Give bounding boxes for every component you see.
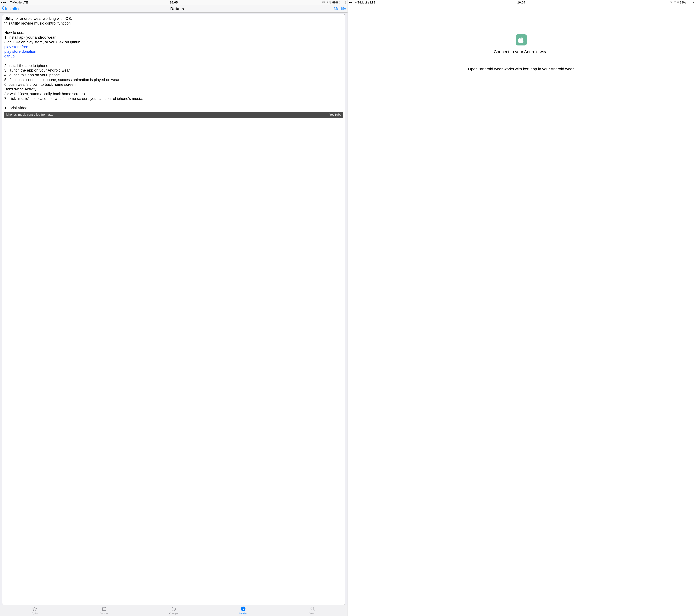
modify-button[interactable]: Modify <box>334 6 346 11</box>
tab-sources[interactable]: Sources <box>69 605 139 616</box>
folder-icon <box>102 606 107 612</box>
link-github[interactable]: github <box>4 54 15 58</box>
tab-label: Cydia <box>32 612 38 615</box>
tab-bar: Cydia Sources Changes Installed Search <box>0 605 348 616</box>
step-1b: (ver. 1.4< on play store, or ver. 0.4< o… <box>4 40 82 44</box>
svg-point-5 <box>311 607 314 610</box>
svg-point-0 <box>323 1 325 3</box>
step-6b: Don't swipe Activity. <box>4 87 37 91</box>
carrier-label: T-Mobile <box>358 1 369 4</box>
back-button[interactable]: Installed <box>1 6 21 11</box>
svg-point-6 <box>670 1 672 3</box>
network-label: LTE <box>22 1 28 4</box>
status-right: 89% <box>525 1 694 4</box>
tab-search[interactable]: Search <box>278 605 348 616</box>
rotation-lock-icon <box>670 1 673 4</box>
download-icon <box>241 606 246 612</box>
screenshot-left-cydia-details: T-Mobile LTE 16:05 89% I <box>0 0 348 616</box>
navigation-bar: Installed Details Modify <box>0 5 348 13</box>
connect-instructions: Open "android wear works with ios" app i… <box>464 66 579 72</box>
status-bar: T-Mobile LTE 16:04 89% <box>348 0 695 5</box>
svg-rect-1 <box>102 607 106 611</box>
howto-label: How to use: <box>4 31 24 35</box>
video-embed[interactable]: iphones' music controlled from a… YouTub… <box>4 112 343 118</box>
battery-icon <box>339 1 346 4</box>
clock-icon <box>171 606 176 612</box>
tutorial-label: Tutorial Video: <box>4 106 29 110</box>
svg-rect-2 <box>103 607 105 607</box>
tab-label: Search <box>309 612 316 615</box>
status-bar: T-Mobile LTE 16:05 89% <box>0 0 348 5</box>
video-source: YouTube <box>329 113 341 116</box>
step-6c: (or wait 10sec, automatically back home … <box>4 92 85 96</box>
location-icon <box>326 1 328 4</box>
intro-line-1: Utility for android wear working with iO… <box>4 16 72 21</box>
battery-icon <box>687 1 694 4</box>
step-4: 4. launch this app on your iphone. <box>4 73 61 77</box>
tab-label: Sources <box>100 612 108 615</box>
tab-installed[interactable]: Installed <box>208 605 278 616</box>
clock: 16:05 <box>170 1 177 4</box>
status-left: T-Mobile LTE <box>349 1 518 4</box>
tab-label: Installed <box>239 612 248 615</box>
step-6: 6. push wear's crown to back home screen… <box>4 82 77 87</box>
chevron-left-icon <box>1 6 5 11</box>
step-2: 2. install the app to iphone <box>4 64 48 68</box>
battery-pct: 89% <box>680 1 686 4</box>
star-icon <box>32 606 37 612</box>
step-5: 5. If success connect to iphone, success… <box>4 78 120 82</box>
apple-logo-icon <box>518 37 524 43</box>
connect-title: Connect to your Android wear <box>494 49 549 54</box>
rotation-lock-icon <box>322 1 325 4</box>
signal-dots <box>1 2 9 3</box>
signal-dots <box>349 2 357 3</box>
link-play-store-free[interactable]: play store free <box>4 45 28 49</box>
location-icon <box>673 1 676 4</box>
step-7: 7. click "music" notification on wear's … <box>4 97 143 101</box>
app-icon <box>516 34 527 46</box>
content-area: Connect to your Android wear Open "andro… <box>348 5 695 616</box>
content-area: Utility for android wear working with iO… <box>0 13 348 605</box>
status-right: 89% <box>177 1 346 4</box>
tab-label: Changes <box>169 612 178 615</box>
page-title: Details <box>170 6 184 11</box>
step-3: 3. launch the app on your Android wear. <box>4 68 71 72</box>
status-left: T-Mobile LTE <box>1 1 170 4</box>
battery-pct: 89% <box>332 1 338 4</box>
tab-changes[interactable]: Changes <box>139 605 208 616</box>
bluetooth-icon <box>329 1 331 4</box>
network-label: LTE <box>370 1 375 4</box>
description-card[interactable]: Utility for android wear working with iO… <box>2 14 345 605</box>
tab-cydia[interactable]: Cydia <box>0 605 69 616</box>
back-label: Installed <box>5 6 21 11</box>
video-title: iphones' music controlled from a… <box>6 113 53 116</box>
clock: 16:04 <box>518 1 525 4</box>
intro-line-2: this utility provide music control funct… <box>4 21 72 26</box>
step-1a: 1. install apk your androd wear <box>4 35 56 39</box>
carrier-label: T-Mobile <box>10 1 22 4</box>
search-icon <box>310 606 315 612</box>
screenshot-right-app-connect: T-Mobile LTE 16:04 89% C <box>348 0 695 616</box>
link-play-store-donation[interactable]: play store donation <box>4 49 36 53</box>
bluetooth-icon <box>677 1 679 4</box>
